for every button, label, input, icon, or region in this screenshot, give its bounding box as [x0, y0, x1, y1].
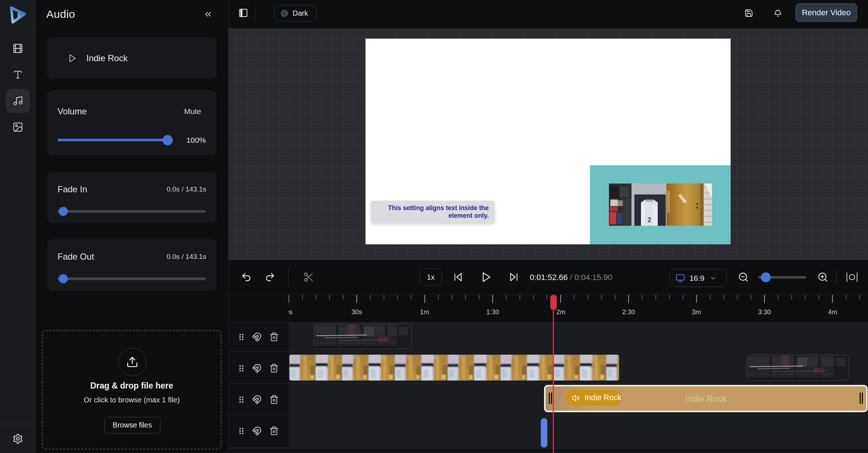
- svg-text:2: 2: [648, 216, 651, 224]
